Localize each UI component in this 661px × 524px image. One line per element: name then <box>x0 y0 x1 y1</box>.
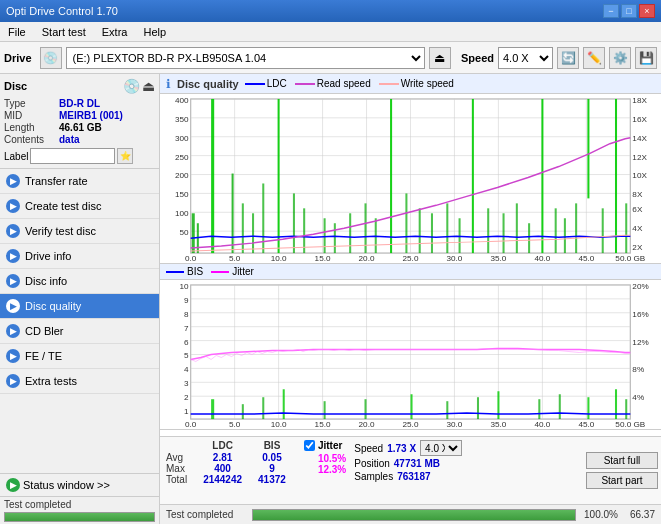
svg-text:150: 150 <box>175 190 189 199</box>
svg-text:50: 50 <box>180 228 190 237</box>
svg-text:10X: 10X <box>632 172 647 181</box>
close-button[interactable]: × <box>639 4 655 18</box>
disc-mid-label: MID <box>4 110 59 121</box>
svg-text:4: 4 <box>184 365 189 374</box>
nav-transfer-rate[interactable]: ▶ Transfer rate <box>0 169 159 194</box>
jitter-header-row: Jitter <box>304 440 346 451</box>
svg-text:3: 3 <box>184 379 189 388</box>
sidebar: Disc 💿 ⏏ Type BD-R DL MID MEIRB1 (001) L… <box>0 74 160 524</box>
nav-drive-info[interactable]: ▶ Drive info <box>0 244 159 269</box>
speed-select[interactable]: 4.0 X <box>498 47 553 69</box>
eject-button[interactable]: ⏏ <box>429 47 451 69</box>
avg-ldc: 2.81 <box>195 452 250 463</box>
nav-label-disc-info: Disc info <box>25 275 67 287</box>
stats-main-row: LDC BIS Avg 2.81 0.05 Max <box>160 437 661 504</box>
svg-rect-67 <box>431 213 433 253</box>
read-speed-color <box>295 83 315 85</box>
nav-create-test-disc[interactable]: ▶ Create test disc <box>0 194 159 219</box>
save-button[interactable]: 💾 <box>635 47 657 69</box>
legend-ldc: LDC <box>245 78 287 89</box>
nav-disc-info[interactable]: ▶ Disc info <box>0 269 159 294</box>
nav-label-cd-bler: CD Bler <box>25 325 64 337</box>
menu-extra[interactable]: Extra <box>98 25 132 39</box>
menu-file[interactable]: File <box>4 25 30 39</box>
disc-label-button[interactable]: ⭐ <box>117 148 133 164</box>
maximize-button[interactable]: □ <box>621 4 637 18</box>
disc-eject-icon[interactable]: ⏏ <box>142 78 155 94</box>
svg-text:5: 5 <box>184 352 189 361</box>
position-value: 47731 MB <box>394 458 440 469</box>
nav-cd-bler[interactable]: ▶ CD Bler <box>0 319 159 344</box>
svg-text:50.0 GB: 50.0 GB <box>615 254 645 263</box>
settings-button[interactable]: ⚙️ <box>609 47 631 69</box>
nav-disc-quality[interactable]: ▶ Disc quality <box>0 294 159 319</box>
svg-text:9: 9 <box>184 296 189 305</box>
legend-read-speed: Read speed <box>295 78 371 89</box>
jitter-col: Jitter 10.5% 12.3% <box>300 437 350 504</box>
svg-rect-61 <box>349 213 351 253</box>
svg-text:25.0: 25.0 <box>403 420 419 429</box>
max-ldc: 400 <box>195 463 250 474</box>
svg-rect-51 <box>211 99 214 253</box>
svg-text:8%: 8% <box>632 365 644 374</box>
svg-text:200: 200 <box>175 172 189 181</box>
svg-rect-138 <box>446 401 448 419</box>
menu-start-test[interactable]: Start test <box>38 25 90 39</box>
cd-bler-icon: ▶ <box>6 324 20 338</box>
status-window-button[interactable]: ▶ Status window >> <box>0 473 159 496</box>
ldc-label: LDC <box>267 78 287 89</box>
svg-text:0.0: 0.0 <box>185 420 197 429</box>
nav-extra-tests[interactable]: ▶ Extra tests <box>0 369 159 394</box>
jitter-color <box>211 271 229 273</box>
speed-unit-select[interactable]: 4.0 X <box>420 440 462 456</box>
menu-help[interactable]: Help <box>139 25 170 39</box>
svg-rect-134 <box>283 389 285 419</box>
disc-label-input[interactable] <box>30 148 115 164</box>
svg-rect-70 <box>472 99 474 253</box>
svg-text:5.0: 5.0 <box>229 420 241 429</box>
svg-text:25.0: 25.0 <box>403 254 419 263</box>
minimize-button[interactable]: − <box>603 4 619 18</box>
svg-text:1: 1 <box>184 407 189 416</box>
jitter-legend: Jitter <box>211 266 254 277</box>
svg-rect-131 <box>211 399 214 419</box>
svg-rect-79 <box>587 99 589 198</box>
nav-fe-te[interactable]: ▶ FE / TE <box>0 344 159 369</box>
svg-text:5.0: 5.0 <box>229 254 241 263</box>
refresh-button[interactable]: 🔄 <box>557 47 579 69</box>
bis-label: BIS <box>187 266 203 277</box>
svg-rect-71 <box>487 208 489 253</box>
app-title: Opti Drive Control 1.70 <box>6 5 118 17</box>
svg-rect-55 <box>262 183 264 253</box>
main-layout: Disc 💿 ⏏ Type BD-R DL MID MEIRB1 (001) L… <box>0 74 661 524</box>
speed-col-label: Speed <box>354 443 383 454</box>
jitter-label: Jitter <box>232 266 254 277</box>
svg-text:2: 2 <box>184 393 189 402</box>
edit-button[interactable]: ✏️ <box>583 47 605 69</box>
nav-verify-test-disc[interactable]: ▶ Verify test disc <box>0 219 159 244</box>
jitter-checkbox[interactable] <box>304 440 315 451</box>
col-ldc: LDC <box>195 440 250 452</box>
start-part-button[interactable]: Start part <box>586 472 658 489</box>
max-bis: 9 <box>250 463 294 474</box>
start-full-button[interactable]: Start full <box>586 452 658 469</box>
jitter-avg-val: 10.5% <box>304 453 346 464</box>
speed-label: Speed <box>461 52 494 64</box>
svg-text:6: 6 <box>184 338 189 347</box>
svg-rect-56 <box>278 99 280 253</box>
svg-text:15.0: 15.0 <box>315 254 331 263</box>
progress-label: Test completed <box>166 509 246 520</box>
read-speed-label: Read speed <box>317 78 371 89</box>
svg-text:35.0: 35.0 <box>490 254 506 263</box>
svg-text:30.0: 30.0 <box>447 420 463 429</box>
svg-rect-68 <box>446 203 448 253</box>
svg-rect-76 <box>555 208 557 253</box>
drive-select[interactable]: (E:) PLEXTOR BD-R PX-LB950SA 1.04 <box>66 47 425 69</box>
bis-legend: BIS <box>166 266 203 277</box>
svg-text:6X: 6X <box>632 205 643 214</box>
svg-rect-141 <box>538 399 540 419</box>
toolbar: Drive 💿 (E:) PLEXTOR BD-R PX-LB950SA 1.0… <box>0 42 661 74</box>
svg-text:20.0: 20.0 <box>359 254 375 263</box>
jitter-max-val: 12.3% <box>304 464 346 475</box>
svg-rect-81 <box>615 99 617 253</box>
